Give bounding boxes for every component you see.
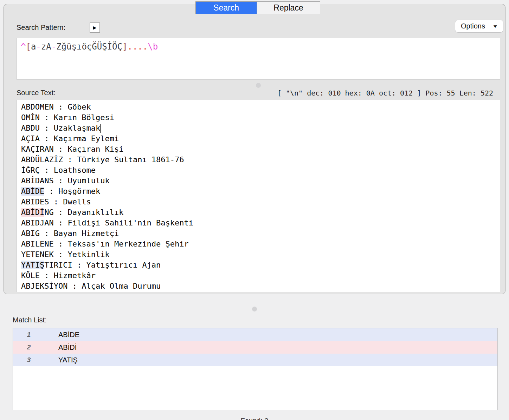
chevron-down-icon: ▼	[492, 24, 498, 29]
match-row-number: 2	[17, 343, 41, 351]
mode-tabbar: Search Replace	[195, 1, 320, 14]
source-line: ABDU : Uzaklaşmak	[21, 123, 500, 133]
source-line: KAÇIRAN : Kaçıran Kişi	[21, 144, 500, 155]
splitter-handle-bottom[interactable]	[252, 307, 257, 311]
pattern-token: [	[26, 42, 31, 52]
source-line: ABİDİNG : Dayanıklılık	[21, 207, 500, 218]
pattern-token: ....	[127, 42, 148, 52]
source-text-segment: İĞRÇ : Loathsome	[21, 166, 96, 175]
pattern-token: ]	[122, 42, 127, 52]
search-pattern-label: Search Pattern:	[17, 24, 65, 32]
source-line: ABİDANS : Uyumluluk	[21, 176, 500, 186]
source-line: ABILENE : Teksas'ın Merkezinde Şehir	[21, 239, 500, 249]
source-line: KÖLE : Hizmetkâr	[21, 270, 500, 281]
source-text-segment: ABJEKSİYON : Alçak Olma Durumu	[21, 282, 161, 290]
source-text-segment: ABILENE : Teksas'ın Merkezinde Şehir	[21, 239, 189, 248]
source-text-segment: AÇIA : Kaçırma Eylemi	[21, 134, 119, 143]
source-line: ABJEKSİYON : Alçak Olma Durumu	[21, 281, 500, 291]
source-text-segment: KAÇIRAN : Kaçıran Kişi	[21, 145, 123, 153]
match-row[interactable]: 2ABİDİ	[13, 341, 497, 354]
character-status-readout: [ "\n" dec: 010 hex: 0A oct: 012 ] Pos: …	[277, 89, 493, 97]
source-line: ABIDJAN : Fildişi Sahili'nin Başkenti	[21, 218, 500, 228]
search-panel: Search Replace Search Pattern: ▶ Options…	[4, 4, 505, 294]
match-row-number: 1	[17, 331, 41, 339]
pattern-token: zA	[41, 42, 51, 52]
source-text-segment: ABDÜLAZİZ : Türkiye Sultanı 1861-76	[21, 155, 184, 164]
text-insertion-caret	[100, 124, 101, 133]
source-text-segment: ABDOMEN : Göbek	[21, 103, 91, 111]
match-row-number: 3	[17, 356, 41, 364]
match-list-label: Match List:	[13, 316, 47, 324]
options-button[interactable]: Options ▼	[455, 20, 503, 33]
source-text-label: Source Text:	[17, 89, 56, 97]
source-text-segment: ABIDJAN : Fildişi Sahili'nin Başkenti	[21, 218, 193, 227]
tab-replace[interactable]: Replace	[257, 1, 320, 14]
splitter-handle-top[interactable]	[256, 83, 261, 88]
source-text-segment: OMİN : Karın Bölgesi	[21, 113, 114, 122]
source-text-segment: TIRICI : Yatıştırıcı Ajan	[44, 261, 161, 269]
source-text-segment: ABIG : Bayan Hizmetçi	[21, 229, 119, 238]
match-row-text: ABİDİ	[58, 343, 77, 352]
play-triangle-icon: ▶	[93, 25, 97, 30]
pattern-token: a	[31, 42, 36, 52]
source-line: İĞRÇ : Loathsome	[21, 165, 500, 176]
match-highlight: ABİDE	[21, 187, 44, 196]
source-line: ABİDE : Hoşgörmek	[21, 186, 500, 197]
source-text-segment: KÖLE : Hizmetkâr	[21, 271, 96, 280]
source-text-area[interactable]: ABDOMEN : GöbekOMİN : Karın BölgesiABDU …	[17, 100, 500, 292]
source-line: ABIG : Bayan Hizmetçi	[21, 228, 500, 239]
source-text-segment: ABİDANS : Uyumluluk	[21, 176, 110, 185]
source-line: OMİN : Karın Bölgesi	[21, 112, 500, 123]
pattern-token: -	[51, 42, 56, 52]
match-row-text: ABİDE	[58, 331, 79, 339]
match-highlight: ABİDİ	[21, 208, 44, 217]
match-row-text: YATIŞ	[58, 356, 78, 364]
source-line: AÇIA : Kaçırma Eylemi	[21, 133, 500, 144]
source-text-segment: NG : Dayanıklılık	[44, 208, 123, 217]
source-line: ABIDES : Dwells	[21, 197, 500, 207]
source-line: ABDOMEN : Göbek	[21, 102, 500, 112]
pattern-token: -	[36, 42, 41, 52]
footer-clipped-text: Found: 3	[0, 417, 509, 420]
pattern-token: \b	[148, 42, 158, 52]
pattern-token: ^	[21, 42, 26, 52]
pattern-disclosure-button[interactable]: ▶	[90, 22, 100, 33]
source-text-segment: : Hoşgörmek	[44, 187, 100, 196]
source-text-segment: ABDU : Uzaklaşmak	[21, 124, 100, 132]
match-highlight: YATIŞ	[21, 261, 44, 269]
match-list-table[interactable]: 1ABİDE2ABİDİ3YATIŞ	[13, 328, 498, 410]
source-line: YATIŞTIRICI : Yatıştırıcı Ajan	[21, 260, 500, 270]
match-row[interactable]: 3YATIŞ	[13, 354, 497, 366]
tab-search[interactable]: Search	[195, 1, 257, 14]
source-text-segment: ABIDES : Dwells	[21, 197, 91, 206]
source-line: YETENEK : Yetkinlik	[21, 249, 500, 260]
search-pattern-input[interactable]: ^[a-zA-ZğüşıöçĞÜŞİÖÇ]....\b	[17, 38, 500, 80]
options-button-label: Options	[461, 22, 485, 30]
source-text-segment: YETENEK : Yetkinlik	[21, 250, 110, 259]
match-row[interactable]: 1ABİDE	[13, 328, 497, 341]
source-line: ABDÜLAZİZ : Türkiye Sultanı 1861-76	[21, 155, 500, 165]
pattern-token: ZğüşıöçĞÜŞİÖÇ	[56, 42, 122, 52]
